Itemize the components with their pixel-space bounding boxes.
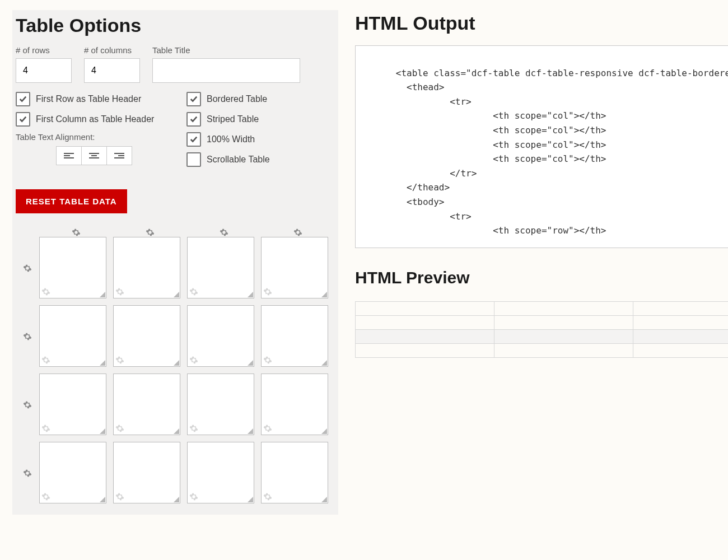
col-gear-icon[interactable] bbox=[39, 227, 113, 237]
cell-gear-icon[interactable] bbox=[41, 491, 50, 501]
cell-gear-icon[interactable] bbox=[41, 354, 50, 365]
col-gear-icon[interactable] bbox=[113, 227, 187, 237]
cell-gear-icon[interactable] bbox=[263, 354, 272, 365]
resize-handle[interactable] bbox=[174, 428, 179, 434]
resize-handle[interactable] bbox=[248, 428, 253, 434]
cell-gear-icon[interactable] bbox=[115, 491, 124, 501]
cell-gear-icon[interactable] bbox=[189, 354, 198, 365]
cell bbox=[113, 305, 180, 367]
cell bbox=[187, 305, 254, 367]
resize-handle[interactable] bbox=[100, 360, 105, 366]
cell bbox=[113, 442, 180, 503]
scrollable-checkbox[interactable] bbox=[186, 152, 201, 167]
first-row-header-label: First Row as Table Header bbox=[36, 94, 141, 104]
cell-gear-icon[interactable] bbox=[263, 286, 272, 296]
cell bbox=[187, 237, 254, 298]
cell bbox=[39, 237, 106, 298]
cell-gear-icon[interactable] bbox=[189, 423, 198, 433]
cell-gear-icon[interactable] bbox=[189, 286, 198, 296]
row-gear-icon[interactable] bbox=[16, 331, 39, 341]
row-gear-icon[interactable] bbox=[16, 263, 39, 273]
cell-gear-icon[interactable] bbox=[115, 423, 124, 433]
fullwidth-label: 100% Width bbox=[207, 134, 255, 144]
fullwidth-checkbox[interactable] bbox=[186, 132, 201, 147]
cell bbox=[39, 305, 106, 367]
cell bbox=[261, 305, 328, 367]
output-title: HTML Output bbox=[355, 12, 728, 34]
cell bbox=[187, 374, 254, 435]
align-right-button[interactable] bbox=[107, 146, 132, 165]
col-gear-icon[interactable] bbox=[187, 227, 261, 237]
align-label: Table Text Alignment: bbox=[16, 132, 164, 142]
cell bbox=[113, 374, 180, 435]
first-col-header-checkbox[interactable] bbox=[16, 112, 30, 127]
scrollable-label: Scrollable Table bbox=[207, 155, 270, 165]
align-center-button[interactable] bbox=[82, 146, 107, 165]
row-gear-icon[interactable] bbox=[16, 468, 39, 478]
html-output-box[interactable]: <table class="dcf-table dcf-table-respon… bbox=[355, 45, 728, 248]
table-row bbox=[356, 344, 729, 358]
resize-handle[interactable] bbox=[174, 497, 179, 502]
resize-handle[interactable] bbox=[100, 497, 105, 502]
resize-handle[interactable] bbox=[321, 292, 327, 297]
cell-gear-icon[interactable] bbox=[263, 423, 272, 433]
bordered-checkbox[interactable] bbox=[186, 92, 201, 106]
resize-handle[interactable] bbox=[100, 428, 105, 434]
cells-grid bbox=[16, 227, 335, 503]
cols-label: # of columns bbox=[84, 45, 140, 55]
striped-checkbox[interactable] bbox=[186, 112, 201, 127]
resize-handle[interactable] bbox=[248, 497, 253, 502]
first-col-header-label: First Column as Table Header bbox=[36, 114, 154, 124]
resize-handle[interactable] bbox=[100, 292, 105, 297]
resize-handle[interactable] bbox=[321, 360, 327, 366]
preview-table bbox=[355, 301, 728, 358]
output-code: <table class="dcf-table dcf-table-respon… bbox=[363, 68, 728, 236]
cell bbox=[261, 374, 328, 435]
col-gear-icon[interactable] bbox=[261, 227, 335, 237]
align-left-button[interactable] bbox=[56, 146, 82, 165]
cell bbox=[261, 237, 328, 298]
resize-handle[interactable] bbox=[174, 292, 179, 297]
cols-input[interactable] bbox=[84, 58, 140, 83]
cell bbox=[113, 237, 180, 298]
cell-gear-icon[interactable] bbox=[115, 354, 124, 365]
cell bbox=[187, 442, 254, 503]
rows-label: # of rows bbox=[16, 45, 72, 55]
resize-handle[interactable] bbox=[321, 428, 327, 434]
output-panel: HTML Output <table class="dcf-table dcf-… bbox=[355, 10, 728, 515]
title-label: Table Title bbox=[152, 45, 300, 55]
cell bbox=[39, 442, 106, 503]
cell bbox=[261, 442, 328, 503]
rows-input[interactable] bbox=[16, 58, 72, 83]
table-row bbox=[356, 316, 729, 330]
resize-handle[interactable] bbox=[174, 360, 179, 366]
cell-gear-icon[interactable] bbox=[41, 286, 50, 296]
options-title: Table Options bbox=[16, 15, 335, 36]
reset-button[interactable]: RESET TABLE DATA bbox=[16, 189, 127, 213]
cell-gear-icon[interactable] bbox=[189, 491, 198, 501]
cell-gear-icon[interactable] bbox=[41, 423, 50, 433]
striped-label: Striped Table bbox=[207, 114, 259, 124]
options-panel: Table Options # of rows # of columns Tab… bbox=[12, 10, 338, 515]
preview-title: HTML Preview bbox=[355, 268, 470, 287]
cell bbox=[39, 374, 106, 435]
first-row-header-checkbox[interactable] bbox=[16, 92, 30, 106]
resize-handle[interactable] bbox=[248, 292, 253, 297]
resize-handle[interactable] bbox=[321, 497, 327, 502]
row-gear-icon[interactable] bbox=[16, 399, 39, 409]
table-row bbox=[356, 330, 729, 344]
resize-handle[interactable] bbox=[248, 360, 253, 366]
cell-gear-icon[interactable] bbox=[115, 286, 124, 296]
bordered-label: Bordered Table bbox=[207, 94, 267, 104]
cell-gear-icon[interactable] bbox=[263, 491, 272, 501]
title-input[interactable] bbox=[152, 58, 300, 83]
